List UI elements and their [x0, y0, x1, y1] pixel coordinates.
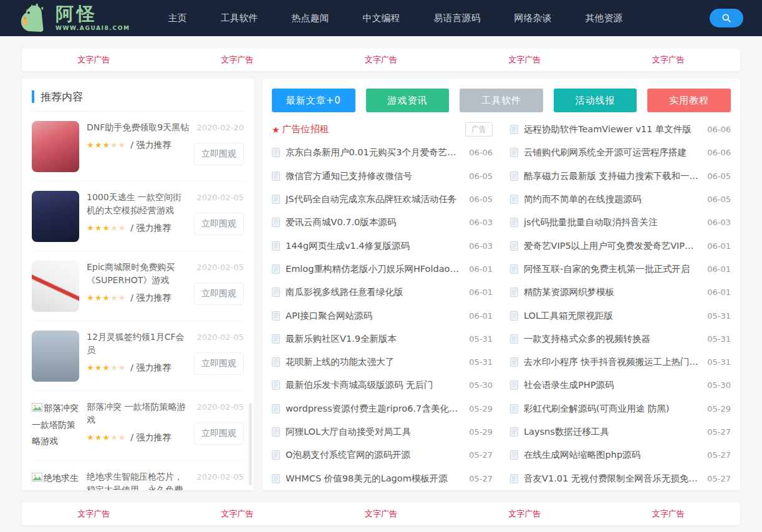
- recommend-item[interactable]: 部落冲突 一款塔防策略游戏部落冲突 一款塔防策略游戏★★★★★/ 强力推荐202…: [32, 391, 244, 461]
- recommend-date: 2020-02-20: [196, 123, 244, 132]
- article-row[interactable]: 最新乐购社区V1.9全新版本05-31: [272, 327, 493, 351]
- article-row[interactable]: LOL工具箱无限视距版05-31: [510, 304, 731, 327]
- category-button-3[interactable]: 活动线报: [554, 89, 637, 112]
- article-row[interactable]: 爱奇艺VIP5以上用户可免费发爱奇艺VIP红包06-01: [510, 234, 731, 257]
- recommend-date: 2020-02-05: [196, 472, 244, 481]
- search-button[interactable]: [710, 9, 743, 27]
- article-row[interactable]: 144g网页生成v1.4修复版源码06-03: [272, 234, 493, 257]
- article-row[interactable]: 阿怪互联-自家的免费主机第一批正式开启06-01: [510, 258, 731, 281]
- article-row[interactable]: 爱讯云商城V0.7.0版本源码06-03: [272, 211, 493, 234]
- article-date: 05-30: [469, 380, 493, 390]
- category-button-0[interactable]: 最新文章+0: [272, 89, 355, 112]
- category-button-4[interactable]: 实用教程: [647, 89, 731, 112]
- article-date: 06-03: [707, 218, 731, 227]
- ad-slot-row[interactable]: ★广告位招租广告: [272, 118, 493, 141]
- text-ad-link[interactable]: 文字广告: [652, 54, 685, 65]
- document-icon: [272, 195, 280, 204]
- page-container: 文字广告文字广告文字广告文字广告文字广告 推荐内容 DNF助手免费领取9天黑钻★…: [22, 49, 740, 525]
- article-row[interactable]: 花呗新上线的功能太强大了05-31: [272, 351, 493, 374]
- article-row[interactable]: API接口聚合网站源码06-01: [272, 304, 493, 327]
- text-ad-link[interactable]: 文字广告: [652, 508, 685, 520]
- article-date: 06-05: [707, 195, 731, 204]
- article-row[interactable]: 音友V1.01 无视付费限制全网音乐无损免费...05-27: [510, 467, 731, 490]
- article-title: LOL工具箱无限视距版: [524, 310, 701, 322]
- article-title: 阿狸LOL大厅自动接受对局工具: [286, 426, 463, 438]
- text-ad-link[interactable]: 文字广告: [508, 54, 541, 65]
- article-row[interactable]: wordpress资源付费主题ripro6.7含美化包...05-29: [272, 397, 493, 420]
- recommend-item[interactable]: 1000天逃生 一款空间街机的太空模拟经营游戏★★★★★/ 强力推荐2020-0…: [32, 181, 244, 251]
- nav-item-5[interactable]: 网络杂谈: [497, 0, 568, 36]
- recommend-item-meta: 2020-02-05立即围观: [190, 400, 244, 452]
- article-date: 05-27: [707, 450, 731, 460]
- article-date: 06-01: [707, 241, 731, 251]
- article-row[interactable]: 去水印小程序 快手抖音视频搬运工上热门...05-31: [510, 351, 731, 374]
- article-row[interactable]: WHMCS 价值98美元的Lagom模板开源05-27: [272, 467, 493, 490]
- article-panel: 最新文章+0游戏资讯工具软件活动线报实用教程 ★广告位招租广告京东白条新用户0.…: [263, 79, 740, 490]
- recommend-title: 绝地求生智能压枪芯片，稳定大号使用，永久免费: [87, 470, 190, 490]
- article-row[interactable]: 简约而不简单的在线搜题源码06-05: [510, 188, 731, 211]
- article-row[interactable]: 京东白条新用户0.01元购买3个月爱奇艺黄...06-06: [272, 141, 493, 164]
- article-row[interactable]: 远程协助软件TeamViewer v11 单文件版06-06: [510, 118, 731, 141]
- article-row[interactable]: Emlog重构精仿老版小刀娱乐网HFoldao模...06-01: [272, 258, 493, 281]
- view-now-button[interactable]: 立即围观: [194, 352, 244, 375]
- sidebar-scrollbar[interactable]: [249, 403, 252, 485]
- article-row[interactable]: 彩虹代刷全解源码(可商业用途 防黑)05-29: [510, 397, 731, 420]
- nav-item-6[interactable]: 其他资源: [568, 0, 639, 36]
- nav-item-4[interactable]: 易语言源码: [417, 0, 497, 36]
- article-title: 花呗新上线的功能太强大了: [286, 356, 463, 368]
- article-row[interactable]: 最新伯乐发卡商城高级版源码 无后门05-30: [272, 374, 493, 397]
- ad-strip-bottom: 文字广告文字广告文字广告文字广告文字广告: [22, 503, 740, 525]
- article-row[interactable]: 酷享磁力云最新版 支持磁力搜索下载和一...06-05: [510, 165, 731, 188]
- text-ad-link[interactable]: 文字广告: [221, 508, 254, 520]
- view-now-button[interactable]: 立即围观: [194, 283, 244, 305]
- document-icon: [510, 172, 518, 181]
- article-row[interactable]: 微信官方通知已支持修改微信号06-05: [272, 165, 493, 188]
- document-icon: [510, 380, 518, 390]
- article-title: wordpress资源付费主题ripro6.7含美化包...: [286, 403, 463, 415]
- article-row[interactable]: 在线生成网站缩略图php源码05-27: [510, 443, 731, 467]
- category-buttons: 最新文章+0游戏资讯工具软件活动线报实用教程: [272, 89, 731, 112]
- text-ad-link[interactable]: 文字广告: [508, 508, 541, 520]
- article-row[interactable]: 精防某资源网织梦模板06-01: [510, 281, 731, 304]
- view-now-button[interactable]: 立即围观: [194, 213, 244, 235]
- nav-item-3[interactable]: 中文编程: [345, 0, 417, 36]
- nav-item-1[interactable]: 工具软件: [203, 0, 274, 36]
- article-row[interactable]: 一款支持格式众多的视频转换器05-31: [510, 327, 731, 351]
- article-row[interactable]: 南瓜影视多线路任意看绿化版06-01: [272, 281, 493, 304]
- document-icon: [272, 218, 280, 227]
- recommend-item[interactable]: Epic商城限时免费购买《SUPERHOT》游戏★★★★★/ 强力推荐2020-…: [32, 251, 244, 321]
- article-title: 微信官方通知已支持修改微信号: [286, 170, 463, 182]
- document-icon: [510, 357, 518, 367]
- article-row[interactable]: 社会语录生成PHP源码05-30: [510, 374, 731, 397]
- article-date: 06-01: [707, 288, 731, 297]
- article-date: 06-05: [707, 172, 731, 181]
- category-button-2[interactable]: 工具软件: [460, 89, 543, 112]
- article-row[interactable]: js代码批量批量自动取消抖音关注06-03: [510, 211, 731, 234]
- article-row[interactable]: 云铺购代刷网系统全开源可运营程序搭建06-06: [510, 141, 731, 164]
- nav-item-0[interactable]: 主页: [151, 0, 203, 36]
- article-row[interactable]: 阿狸LOL大厅自动接受对局工具05-29: [272, 420, 493, 443]
- category-button-1[interactable]: 游戏资讯: [366, 89, 450, 112]
- text-ad-link[interactable]: 文字广告: [77, 54, 110, 65]
- article-row[interactable]: O泡易支付系统官网的源码开源05-27: [272, 443, 493, 467]
- text-ad-link[interactable]: 文字广告: [221, 54, 254, 65]
- recommend-item[interactable]: DNF助手免费领取9天黑钻★★★★★/ 强力推荐2020-02-20立即围观: [32, 112, 244, 181]
- document-icon: [510, 264, 518, 274]
- text-ad-link[interactable]: 文字广告: [77, 508, 110, 520]
- broken-image-icon: [32, 471, 42, 487]
- recommend-item[interactable]: 绝地求生智能压枪芯片，稳定大号使用，永久免费绝地求生智能压枪芯片，稳定大号使用，…: [32, 461, 244, 490]
- article-title: 爱奇艺VIP5以上用户可免费发爱奇艺VIP红包: [524, 240, 701, 252]
- article-title: 彩虹代刷全解源码(可商业用途 防黑): [524, 403, 701, 415]
- recommend-sidebar: 推荐内容 DNF助手免费领取9天黑钻★★★★★/ 强力推荐2020-02-20立…: [22, 79, 254, 490]
- article-row[interactable]: Laysns数据迁移工具05-27: [510, 420, 731, 443]
- text-ad-link[interactable]: 文字广告: [365, 508, 397, 520]
- thumbnail-image: [32, 331, 79, 382]
- article-row[interactable]: JS代码全自动完成京东品牌狂欢城活动任务06-05: [272, 188, 493, 211]
- nav-item-2[interactable]: 热点趣闻: [274, 0, 345, 36]
- view-now-button[interactable]: 立即围观: [194, 422, 244, 445]
- site-logo[interactable]: 阿怪 WWW.AGUAI8.COM: [19, 3, 130, 33]
- view-now-button[interactable]: 立即围观: [194, 143, 244, 165]
- recommend-item[interactable]: 12月灵狐签约领1月CF会员★★★★★/ 强力推荐2020-02-05立即围观: [32, 321, 244, 391]
- text-ad-link[interactable]: 文字广告: [365, 54, 397, 65]
- document-icon: [510, 218, 518, 227]
